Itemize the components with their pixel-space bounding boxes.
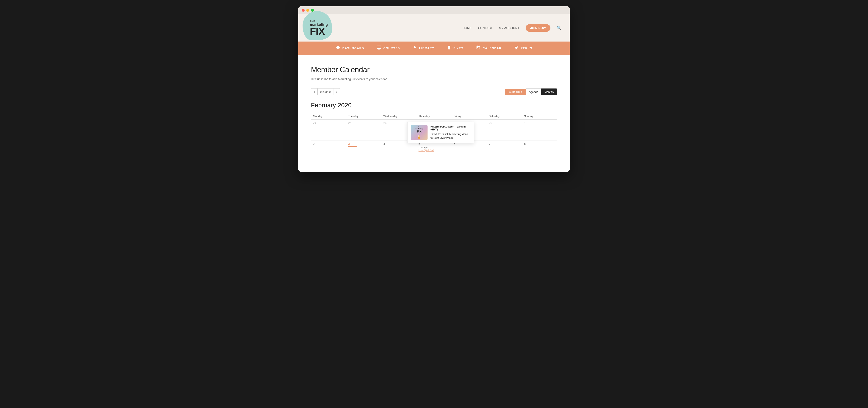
next-date-button[interactable]: › xyxy=(333,88,340,95)
calendar-day-8: 8 xyxy=(522,140,557,161)
weekday-sunday: Sunday xyxy=(522,113,557,120)
home-icon xyxy=(336,45,340,51)
calendar-day-4: 4 xyxy=(381,140,416,161)
nav-home-link[interactable]: HOME xyxy=(463,26,472,30)
nav-perks-label: PERKS xyxy=(521,46,532,50)
logo-area: THE marketing FIX xyxy=(307,17,331,39)
nav-account-link[interactable]: MY ACCOUNT xyxy=(499,26,519,30)
monitor-icon xyxy=(377,45,381,51)
day-number: 2 xyxy=(313,142,344,146)
nav-calendar-label: CALENDAR xyxy=(483,46,502,50)
calendar-day-2: 2 xyxy=(311,140,346,161)
calendar-day-29: 29 xyxy=(487,120,522,140)
today-indicator xyxy=(348,146,356,147)
event-qa-link[interactable]: Live Q&A Call xyxy=(418,149,450,152)
day-number: 29 xyxy=(489,121,520,125)
date-navigation: ‹ 03/03/20 › xyxy=(311,88,340,95)
day-number-today: 3 xyxy=(348,142,379,146)
day-number: 24 xyxy=(313,121,344,125)
weekday-monday: Monday xyxy=(311,113,346,120)
calendar-day-7: 7 xyxy=(487,140,522,161)
calendar-week-1: 24 25 26 27 BONUS: Quick Marketing Wins … xyxy=(311,120,557,140)
calendar-day-27: 27 BONUS: Quick Marketing Wins to Beat O… xyxy=(416,120,452,140)
weekday-saturday: Saturday xyxy=(487,113,522,120)
calendar-grid: Monday Tuesday Wednesday Thursday Friday… xyxy=(311,113,557,161)
calendar-icon xyxy=(476,45,480,51)
search-icon[interactable]: 🔍 xyxy=(557,26,561,30)
day-number: 1 xyxy=(524,121,555,125)
nav-library[interactable]: LIBRARY xyxy=(412,45,434,51)
calendar-day-1: 1 xyxy=(522,120,557,140)
weekday-friday: Friday xyxy=(452,113,487,120)
logo-the: THE xyxy=(310,20,315,23)
nav-courses-label: COURSES xyxy=(383,46,400,50)
nav-perks[interactable]: PERKS xyxy=(514,45,532,51)
page-title: Member Calendar xyxy=(311,65,557,74)
nav-dashboard[interactable]: DASHBOARD xyxy=(336,45,364,51)
calendar-day-24: 24 xyxy=(311,120,346,140)
tooltip-event-title: BONUS: Quick Marketing Wins to Beat Over… xyxy=(430,132,470,140)
subscribe-button[interactable]: Subscribe xyxy=(505,89,526,95)
nav-fixes-label: FIXES xyxy=(454,46,463,50)
join-now-button[interactable]: JOIN NOW xyxy=(526,24,551,32)
main-content: Member Calendar Hit Subscribe to add Mar… xyxy=(299,55,569,172)
weekday-thursday: Thursday xyxy=(416,113,452,120)
logo[interactable]: THE marketing FIX xyxy=(307,17,331,39)
event-thumbnail: themarketingFIX 🍦 xyxy=(411,125,428,140)
day-number: 25 xyxy=(348,121,379,125)
popsicle-icon: 🍦 xyxy=(416,134,422,139)
weekday-header-row: Monday Tuesday Wednesday Thursday Friday… xyxy=(311,113,557,120)
cup-icon xyxy=(514,45,519,51)
event-tooltip: themarketingFIX 🍦 Fri 28th Feb 1:00pm – … xyxy=(407,122,474,144)
minimize-icon[interactable] xyxy=(306,9,309,12)
nav-calendar[interactable]: CALENDAR xyxy=(476,45,502,51)
weekday-wednesday: Wednesday xyxy=(381,113,416,120)
page-subtitle: Hit Subscribe to add Marketing Fix event… xyxy=(311,77,557,81)
event-time: 7pm-8pm xyxy=(418,146,450,149)
calendar-day-5: 5 7pm-8pm Live Q&A Call xyxy=(416,140,452,161)
calendar-day-25: 25 xyxy=(346,120,381,140)
view-controls: Subscribe Agenda Monthly xyxy=(505,89,557,95)
monthly-view-button[interactable]: Monthly xyxy=(541,89,557,95)
calendar-day-3-today: 3 xyxy=(346,140,381,161)
nav-dashboard-label: DASHBOARD xyxy=(342,46,364,50)
calendar-week-2: 2 3 4 5 7pm-8pm Live Q&A Call xyxy=(311,140,557,161)
close-icon[interactable] xyxy=(302,9,305,12)
nav-library-label: LIBRARY xyxy=(419,46,434,50)
calendar-month-title: February 2020 xyxy=(311,102,557,109)
nav-courses[interactable]: COURSES xyxy=(377,45,400,51)
browser-chrome xyxy=(299,6,569,14)
top-nav-links: HOME CONTACT MY ACCOUNT JOIN NOW 🔍 xyxy=(463,24,561,32)
top-navigation: THE marketing FIX HOME CONTACT MY ACCOUN… xyxy=(299,14,569,41)
nav-fixes[interactable]: FIXES xyxy=(447,45,463,51)
maximize-icon[interactable] xyxy=(311,9,314,12)
day-number: 7 xyxy=(489,142,520,146)
nav-contact-link[interactable]: CONTACT xyxy=(478,26,493,30)
weekday-tuesday: Tuesday xyxy=(346,113,381,120)
day-number: 8 xyxy=(524,142,555,146)
orange-nav-bar: DASHBOARD COURSES LIBRARY FIXES CALENDAR xyxy=(299,41,569,55)
calendar-controls: ‹ 03/03/20 › Subscribe Agenda Monthly xyxy=(311,88,557,95)
agenda-view-button[interactable]: Agenda xyxy=(526,89,541,95)
browser-window: THE marketing FIX HOME CONTACT MY ACCOUN… xyxy=(299,6,569,172)
tooltip-time: Fri 28th Feb 1:00pm – 2:00pm (GMT) xyxy=(430,125,470,131)
lightbulb-icon xyxy=(447,45,451,51)
date-display: 03/03/20 xyxy=(317,88,333,95)
prev-date-button[interactable]: ‹ xyxy=(311,88,317,95)
calendar-day-6: 6 xyxy=(452,140,487,161)
download-icon xyxy=(412,45,417,51)
logo-fix: FIX xyxy=(310,27,328,36)
tooltip-content: Fri 28th Feb 1:00pm – 2:00pm (GMT) BONUS… xyxy=(430,125,470,140)
